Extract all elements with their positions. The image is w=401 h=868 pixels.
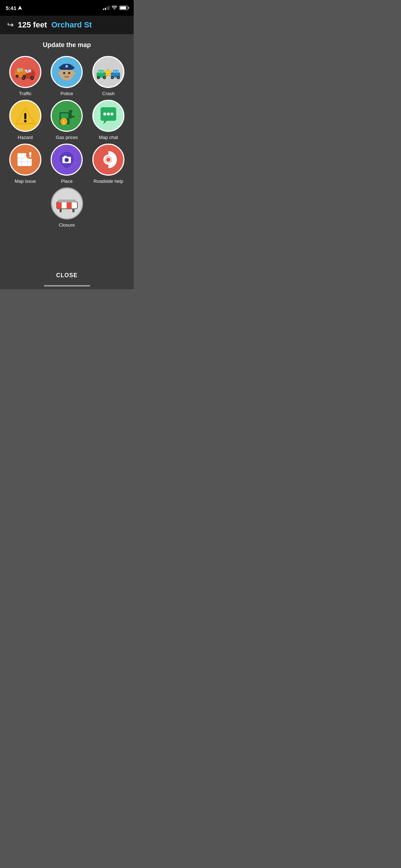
police-button[interactable]: Police: [48, 56, 86, 96]
svg-point-76: [65, 159, 68, 161]
svg-point-54: [24, 120, 26, 123]
mapissue-button[interactable]: Map issue: [6, 144, 45, 184]
status-icons: [103, 6, 128, 10]
closure-label: Closure: [59, 222, 75, 228]
main-content: Update the map: [0, 34, 134, 289]
svg-point-63: [103, 113, 106, 115]
hazard-icon-circle: [9, 100, 41, 132]
traffic-button[interactable]: Traffic: [6, 56, 45, 96]
place-button[interactable]: Place: [48, 144, 86, 184]
svg-rect-53: [24, 113, 26, 119]
svg-rect-56: [61, 113, 68, 118]
police-label: Police: [61, 91, 73, 96]
svg-rect-50: [117, 71, 118, 73]
mapchat-icon-circle: [92, 100, 124, 132]
status-bar: 5:41: [0, 0, 134, 16]
svg-text:1: 1: [63, 120, 65, 124]
svg-point-28: [63, 72, 65, 74]
mapissue-label: Map issue: [15, 179, 36, 184]
svg-point-20: [18, 71, 20, 72]
svg-point-32: [72, 72, 75, 75]
svg-point-82: [106, 157, 110, 162]
svg-marker-0: [18, 6, 22, 10]
svg-point-31: [58, 72, 61, 75]
svg-point-7: [31, 77, 33, 79]
svg-rect-57: [70, 112, 72, 119]
svg-point-40: [104, 77, 105, 78]
place-icon-circle: [51, 144, 83, 176]
roadsidehelp-button[interactable]: Roadside help: [89, 144, 128, 184]
svg-point-30: [66, 74, 67, 76]
svg-rect-42: [101, 71, 103, 73]
gasprices-icon-circle: 1: [51, 100, 83, 132]
svg-point-19: [26, 72, 28, 73]
home-indicator: [44, 285, 90, 286]
svg-point-27: [66, 66, 67, 67]
gasprices-button[interactable]: 1 Gas prices: [48, 100, 86, 140]
svg-point-29: [68, 72, 70, 74]
svg-point-64: [107, 113, 110, 115]
traffic-icon-circle: [9, 56, 41, 88]
svg-rect-59: [72, 116, 74, 118]
wifi-icon: [112, 6, 117, 10]
police-icon-circle: [51, 56, 83, 88]
svg-rect-17: [17, 69, 20, 71]
svg-point-14: [16, 76, 17, 77]
signal-icon: [103, 6, 109, 10]
svg-rect-87: [57, 202, 62, 209]
nav-distance: 125 feet: [18, 20, 47, 30]
svg-point-16: [24, 76, 25, 77]
svg-rect-89: [58, 200, 76, 202]
mapissue-icon-circle: [9, 144, 41, 176]
svg-point-46: [112, 77, 113, 78]
svg-rect-18: [21, 69, 22, 71]
svg-point-48: [118, 77, 119, 78]
crash-label: Crash: [102, 91, 115, 96]
svg-point-73: [29, 156, 31, 157]
nav-bar: ↪ 125 feet Orchard St: [0, 16, 134, 34]
crash-button[interactable]: Crash: [89, 56, 128, 96]
roadsidehelp-label: Roadside help: [94, 179, 123, 184]
svg-point-38: [98, 77, 99, 78]
crash-icon-circle: [92, 56, 124, 88]
svg-rect-9: [28, 69, 31, 72]
svg-rect-41: [98, 71, 101, 73]
svg-rect-88: [67, 202, 72, 209]
svg-point-65: [110, 113, 113, 115]
closure-button[interactable]: Closure: [51, 187, 83, 228]
svg-rect-58: [69, 110, 72, 112]
mapchat-button[interactable]: Map chat: [89, 100, 128, 140]
closure-row: Closure: [6, 187, 128, 228]
roadsidehelp-icon-circle: [92, 144, 124, 176]
svg-rect-77: [64, 156, 67, 157]
svg-rect-49: [114, 71, 116, 73]
gasprices-label: Gas prices: [56, 135, 78, 140]
place-label: Place: [61, 179, 73, 184]
nav-street: Orchard St: [51, 20, 92, 30]
hazard-button[interactable]: Hazard: [6, 100, 45, 140]
page-title: Update the map: [43, 41, 91, 49]
closure-icon-circle: [51, 187, 83, 219]
traffic-label: Traffic: [19, 91, 31, 96]
battery-icon: [119, 6, 128, 10]
icon-grid: Traffic: [6, 56, 128, 184]
close-label: CLOSE: [56, 272, 77, 278]
status-time: 5:41: [6, 5, 22, 11]
svg-rect-72: [29, 152, 31, 155]
hazard-label: Hazard: [18, 135, 33, 140]
mapchat-label: Map chat: [99, 135, 118, 140]
turn-arrow-icon: ↪: [7, 20, 14, 30]
